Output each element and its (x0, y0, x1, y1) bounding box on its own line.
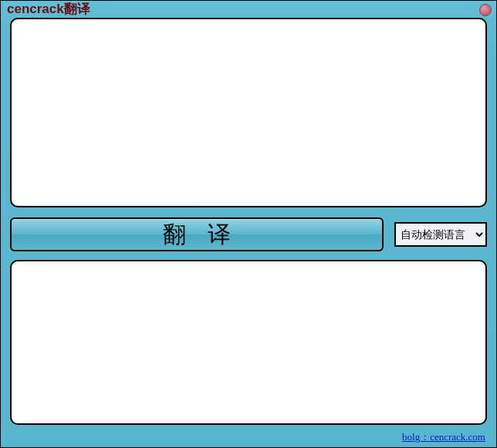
footer-link[interactable]: bolg：cencrack.com (402, 430, 485, 444)
output-panel (10, 260, 487, 425)
app-window: cencrack翻译 翻译 自动检测语言 bolg：cencrack.com (0, 0, 497, 448)
result-text-output[interactable] (12, 261, 485, 423)
close-button[interactable] (479, 4, 492, 16)
input-panel (10, 18, 487, 207)
language-select[interactable]: 自动检测语言 (396, 224, 485, 245)
language-select-wrap: 自动检测语言 (394, 222, 487, 247)
source-text-input[interactable] (12, 19, 485, 206)
action-row: 翻译 自动检测语言 (10, 217, 487, 252)
titlebar: cencrack翻译 (1, 1, 496, 18)
translate-button[interactable]: 翻译 (10, 217, 384, 251)
window-title: cencrack翻译 (7, 1, 90, 18)
